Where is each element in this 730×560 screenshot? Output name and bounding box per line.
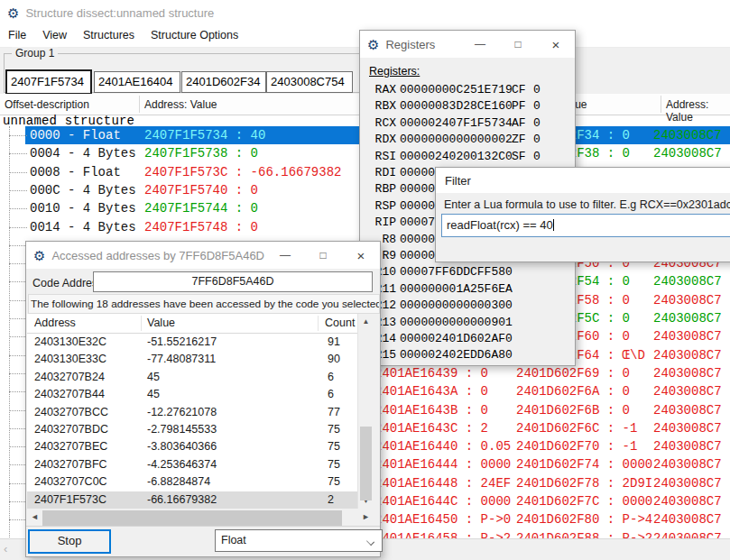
accessed-count: 75 bbox=[328, 438, 340, 455]
structure-cell: 2403008C7 bbox=[653, 437, 722, 455]
structure-cell: 2401AE1644C : 0000 bbox=[374, 492, 511, 510]
tree-stub bbox=[9, 135, 27, 136]
accessed-address: 24032707BFC bbox=[34, 456, 107, 473]
accessed-row[interactable]: 24032707BEC-3.80364036675 bbox=[27, 438, 357, 455]
structure-cell: 2403008C7 bbox=[653, 401, 722, 419]
menu-item-file[interactable]: File bbox=[0, 25, 34, 47]
accessed-row[interactable]: 24032707B24456 bbox=[27, 369, 357, 386]
group-address-field-1[interactable]: 2407F1F5734 bbox=[5, 69, 92, 95]
maximize-icon[interactable]: □ bbox=[304, 249, 342, 262]
register-value: 000002401D602AF0 bbox=[400, 332, 513, 345]
close-icon[interactable]: × bbox=[537, 37, 575, 52]
scrollbar-thumb[interactable] bbox=[360, 427, 372, 500]
accessed-value: 45 bbox=[147, 369, 160, 386]
structure-cell: 2401D602F7C : 0000 bbox=[516, 492, 652, 510]
column-header-address-value-1[interactable]: Address: Value bbox=[144, 98, 217, 111]
structure-cell: 2407F1F5748 : 0 bbox=[144, 218, 258, 236]
structure-cell: 2403008C7 bbox=[653, 309, 722, 327]
group-address-field-3[interactable]: 2401D602F34 bbox=[181, 71, 266, 93]
accessed-header-count[interactable]: Count bbox=[325, 317, 355, 329]
accessed-row[interactable]: 24032707C0C-6.8828487475 bbox=[27, 473, 357, 491]
menu-item-structures[interactable]: Structures bbox=[75, 25, 143, 47]
register-name: RBX bbox=[367, 99, 396, 113]
accessed-value: -4.253646374 bbox=[147, 456, 217, 473]
flag-value: 0 bbox=[533, 99, 541, 113]
structure-cell: 2401D602F6C : -1 bbox=[516, 419, 637, 437]
value-type-dropdown[interactable]: Float bbox=[215, 529, 383, 552]
main-window-title: Structure dissect:unnamed structure bbox=[25, 6, 214, 20]
scroll-left-icon[interactable]: ◄ bbox=[31, 512, 39, 521]
structure-cell: 2401AE16444 : 0000 bbox=[374, 455, 511, 473]
registers-title-bar[interactable]: ⚙ Registers — □ × bbox=[360, 31, 575, 58]
menu-item-structure-options[interactable]: Structure Options bbox=[143, 25, 246, 47]
register-value: 0000000000000300 bbox=[400, 298, 513, 312]
accessed-value: -3.803640366 bbox=[147, 438, 217, 455]
accessed-row[interactable]: 24032707BDC-2.79814553375 bbox=[27, 421, 357, 438]
cheat-engine-icon: ⚙ bbox=[7, 6, 19, 20]
filter-formula-input[interactable]: readFloat(rcx) == 40 bbox=[441, 214, 730, 237]
structure-cell: 2407F1F5744 : 0 bbox=[144, 199, 258, 217]
filter-title-bar[interactable]: Filter bbox=[436, 168, 730, 193]
structure-cell: 2401AE16439 : 0 bbox=[374, 364, 488, 382]
accessed-window-title: Accessed addresses by 7FF6D8F5A46D bbox=[51, 249, 264, 262]
register-value: 00000000C251E719 bbox=[400, 83, 513, 96]
menu-item-view[interactable]: View bbox=[34, 25, 75, 47]
code-address-field[interactable]: 7FF6D8F5A46D bbox=[93, 271, 373, 292]
group-box-label: Group 1 bbox=[12, 47, 58, 60]
accessed-row[interactable]: 24032707BCC-12.2762107877 bbox=[27, 404, 357, 421]
tree-stub bbox=[9, 245, 27, 246]
accessed-vertical-scrollbar[interactable]: ▲ ▼ bbox=[358, 314, 374, 509]
register-name: RCX bbox=[367, 116, 396, 130]
accessed-count: 6 bbox=[328, 386, 334, 403]
structure-cell: 2403008C7 bbox=[653, 291, 722, 309]
accessed-header-address[interactable]: Address bbox=[34, 317, 76, 329]
structure-cell: 2401AE16450 : P->0 bbox=[374, 510, 511, 528]
column-header-address-value-4[interactable]: Address: Value bbox=[666, 98, 730, 124]
minimize-icon[interactable]: — bbox=[461, 38, 499, 50]
flag-value: 0 bbox=[533, 133, 541, 146]
structure-cell: 2401D602F80 : P->4 bbox=[516, 510, 652, 528]
maximize-icon[interactable]: □ bbox=[499, 38, 537, 50]
accessed-header-value[interactable]: Value bbox=[147, 317, 175, 329]
accessed-row[interactable]: 2403130E33C-77.4808731190 bbox=[27, 351, 357, 368]
tree-stub bbox=[9, 153, 27, 154]
accessed-address: 24032707B24 bbox=[34, 369, 105, 386]
accessed-row[interactable]: 2403130E32C-51.5521621791 bbox=[27, 334, 357, 351]
accessed-horizontal-scrollbar[interactable]: ◄ ► bbox=[27, 510, 374, 526]
tree-stub bbox=[9, 391, 27, 392]
minimize-icon[interactable]: — bbox=[266, 249, 304, 262]
group-address-field-2[interactable]: 2401AE16404 bbox=[94, 71, 180, 93]
tree-stub bbox=[9, 190, 27, 191]
structure-cell: 0008 - Float bbox=[30, 163, 121, 181]
tree-stub bbox=[9, 464, 27, 465]
structure-cell: 2407F1F5738 : 0 bbox=[144, 144, 258, 162]
scrollbar-thumb[interactable] bbox=[42, 510, 342, 526]
tree-stub bbox=[9, 428, 27, 429]
tree-stub bbox=[9, 300, 27, 301]
structure-cell: 2401AE1643B : 0 bbox=[374, 401, 488, 419]
accessed-address: 2403130E32C bbox=[34, 334, 106, 351]
chevron-down-icon bbox=[366, 537, 374, 546]
structure-cell: 2403008C7 bbox=[653, 327, 722, 345]
structure-cell: 2403008C7 bbox=[653, 492, 722, 510]
column-separator[interactable] bbox=[661, 96, 661, 113]
column-header-offset[interactable]: Offset-description bbox=[5, 98, 89, 111]
scroll-right-icon[interactable]: ► bbox=[362, 512, 370, 521]
main-hscroll-left-arrow[interactable]: ‹ bbox=[4, 542, 7, 555]
column-separator[interactable] bbox=[139, 96, 140, 113]
register-value: 000002407F1F5734 bbox=[400, 116, 513, 130]
accessed-address: 24032707BCC bbox=[34, 404, 108, 421]
accessed-address: 24032707B44 bbox=[34, 386, 105, 403]
accessed-value: -66.16679382 bbox=[147, 491, 217, 509]
accessed-row[interactable]: 2407F1F573C-66.166793822 bbox=[27, 491, 357, 509]
accessed-row[interactable]: 24032707BFC-4.25364637475 bbox=[27, 456, 357, 473]
structure-cell: 2403008C7 bbox=[653, 272, 722, 290]
accessed-count: 6 bbox=[328, 369, 334, 386]
accessed-table-header: Address Value Count bbox=[27, 314, 357, 334]
group-address-field-4[interactable]: 2403008C754 bbox=[266, 71, 353, 93]
stop-button[interactable]: Stop bbox=[28, 529, 111, 554]
close-icon[interactable]: × bbox=[342, 248, 380, 263]
accessed-row[interactable]: 24032707B44456 bbox=[27, 386, 357, 403]
scroll-up-icon[interactable]: ▲ bbox=[358, 317, 374, 326]
accessed-title-bar[interactable]: ⚙ Accessed addresses by 7FF6D8F5A46D — □… bbox=[26, 242, 380, 269]
